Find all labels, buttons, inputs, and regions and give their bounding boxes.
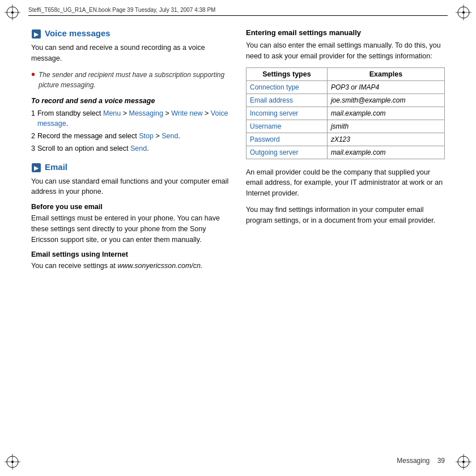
- before-use-body: Email settings must be entered in your p…: [31, 213, 230, 245]
- email-body: You can use standard email functions and…: [31, 176, 230, 198]
- internet-heading: Email settings using Internet: [31, 250, 230, 258]
- voice-icon: ▶: [31, 29, 41, 39]
- voice-heading-text: Voice messages: [45, 28, 110, 38]
- email-heading-block: ▶ Email: [31, 162, 230, 173]
- table-row: Incoming servermail.example.com: [246, 107, 445, 120]
- step-3-text: Scroll to an option and select Send.: [37, 143, 230, 154]
- step-3-num: 3: [31, 143, 35, 154]
- manual-heading: Entering email settings manually: [246, 28, 445, 37]
- table-cell-example-0: POP3 or IMAP4: [327, 80, 444, 94]
- table-cell-example-2: mail.example.com: [327, 107, 444, 120]
- corner-mark-tl: [5, 5, 20, 22]
- before-use-heading: Before you use email: [31, 203, 230, 211]
- table-cell-example-4: zX123: [327, 133, 444, 146]
- table-cell-type-2: Incoming server: [246, 107, 328, 120]
- table-row: Outgoing servermail.example.com: [246, 146, 445, 159]
- internet-body: You can receive settings at www.sonyeric…: [31, 261, 230, 271]
- settings-table: Settings types Examples Connection typeP…: [246, 67, 445, 159]
- voice-body: You can send and receive a sound recordi…: [31, 42, 230, 64]
- corner-mark-br: [456, 454, 471, 471]
- voice-heading-block: ▶ Voice messages: [31, 28, 230, 39]
- table-col1-header: Settings types: [246, 67, 328, 80]
- table-row: Connection typePOP3 or IMAP4: [246, 80, 445, 94]
- step-1-num: 1: [31, 108, 35, 130]
- task-heading: To record and send a voice message: [31, 97, 230, 105]
- step-1: 1 From standby select Menu > Messaging >…: [31, 108, 230, 130]
- book-header-text: Steffi_T658c_UG_R1A_EN.book Page 39 Tues…: [28, 7, 215, 13]
- left-column: ▶ Voice messages You can send and receiv…: [31, 28, 230, 442]
- book-header: Steffi_T658c_UG_R1A_EN.book Page 39 Tues…: [28, 7, 448, 16]
- table-cell-example-3: jsmith: [327, 120, 444, 133]
- step-3: 3 Scroll to an option and select Send.: [31, 143, 230, 154]
- svg-text:▶: ▶: [34, 31, 39, 37]
- step-1-text: From standby select Menu > Messaging > W…: [37, 108, 230, 130]
- manual-intro: You can also enter the email settings ma…: [246, 40, 445, 62]
- settings-note: You may find settings information in you…: [246, 205, 445, 226]
- table-col2-header: Examples: [327, 67, 444, 80]
- voice-note-block: • The sender and recipient must have a s…: [31, 70, 230, 90]
- table-cell-type-3: Username: [246, 120, 328, 133]
- footer-page: 39: [437, 457, 445, 465]
- footer: Messaging 39: [31, 457, 445, 465]
- table-cell-type-0: Connection type: [246, 80, 328, 94]
- table-row: PasswordzX123: [246, 133, 445, 146]
- email-icon: ▶: [31, 163, 41, 173]
- email-section: ▶ Email You can use standard email funct…: [31, 162, 230, 272]
- table-cell-example-1: joe.smith@example.com: [327, 94, 444, 107]
- table-cell-type-1: Email address: [246, 94, 328, 107]
- svg-text:▶: ▶: [34, 165, 39, 171]
- footer-label: Messaging: [397, 457, 430, 465]
- step-2-num: 2: [31, 131, 35, 142]
- table-cell-type-5: Outgoing server: [246, 146, 328, 159]
- provider-note: An email provider could be the company t…: [246, 167, 445, 199]
- voice-note-text: The sender and recipient must have a sub…: [39, 70, 230, 90]
- voice-section: ▶ Voice messages You can send and receiv…: [31, 28, 230, 154]
- table-row: Email addressjoe.smith@example.com: [246, 94, 445, 107]
- note-bullet-icon: •: [31, 69, 35, 90]
- corner-mark-tr: [456, 5, 471, 22]
- email-heading-text: Email: [45, 162, 67, 172]
- step-2-text: Record the message and select Stop > Sen…: [37, 131, 230, 142]
- step-2: 2 Record the message and select Stop > S…: [31, 131, 230, 142]
- voice-steps-list: 1 From standby select Menu > Messaging >…: [31, 108, 230, 154]
- main-content: ▶ Voice messages You can send and receiv…: [31, 28, 445, 442]
- right-column: Entering email settings manually You can…: [246, 28, 445, 442]
- table-cell-example-5: mail.example.com: [327, 146, 444, 159]
- table-row: Usernamejsmith: [246, 120, 445, 133]
- table-cell-type-4: Password: [246, 133, 328, 146]
- corner-mark-bl: [5, 454, 20, 471]
